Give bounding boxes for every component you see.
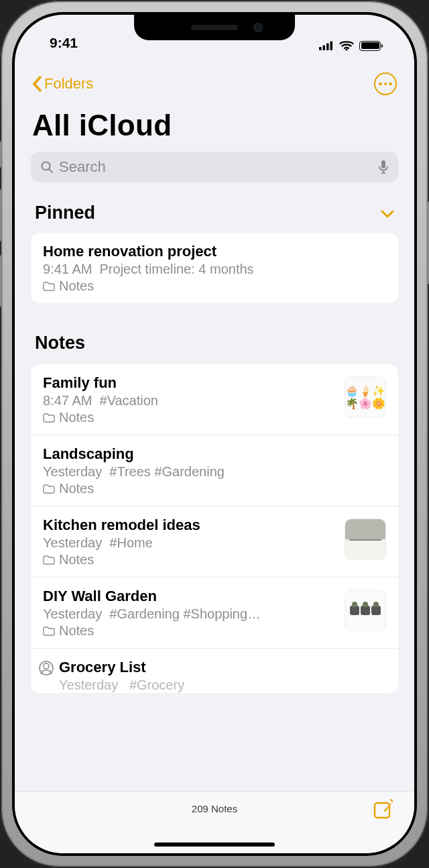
note-row[interactable]: DIY Wall Garden Yesterday #Gardening #Sh… xyxy=(31,578,398,649)
note-preview: #Trees #Gardening xyxy=(109,464,225,479)
note-thumbnail: 🧁🍦✨🌴🌸🌼 xyxy=(345,376,386,418)
search-icon xyxy=(40,160,54,174)
note-time: Yesterday xyxy=(43,535,102,550)
search-field[interactable] xyxy=(31,152,398,182)
note-title: DIY Wall Garden xyxy=(43,588,335,605)
svg-rect-1 xyxy=(323,46,326,51)
note-title: Grocery List xyxy=(59,659,386,676)
svg-line-13 xyxy=(390,800,393,802)
svg-rect-0 xyxy=(319,47,322,50)
svg-rect-2 xyxy=(326,44,329,51)
note-folder: Notes xyxy=(59,552,94,567)
back-label: Folders xyxy=(44,75,93,93)
note-time: Yesterday xyxy=(43,464,102,479)
device-notch xyxy=(134,15,295,40)
page-title: All iCloud xyxy=(15,102,414,152)
battery-icon xyxy=(359,41,381,51)
note-count: 209 Notes xyxy=(192,803,237,814)
note-folder: Notes xyxy=(59,623,94,639)
note-time: Yesterday xyxy=(59,677,118,692)
note-time: 8:47 AM xyxy=(43,393,92,408)
svg-rect-12 xyxy=(375,803,389,818)
chevron-down-icon xyxy=(381,203,394,223)
folder-icon xyxy=(43,484,55,494)
note-row[interactable]: Landscaping Yesterday #Trees #Gardening … xyxy=(31,435,398,506)
note-preview: #Gardening #Shopping… xyxy=(109,606,261,621)
note-row[interactable]: Kitchen remodel ideas Yesterday #Home No… xyxy=(31,506,398,578)
note-thumbnail xyxy=(345,519,386,560)
shared-icon xyxy=(39,661,54,675)
svg-point-10 xyxy=(44,663,49,669)
note-preview: #Grocery xyxy=(129,677,184,692)
note-folder: Notes xyxy=(59,481,94,496)
note-preview: #Home xyxy=(109,535,152,550)
note-title: Kitchen remodel ideas xyxy=(43,517,335,534)
pinned-header[interactable]: Pinned xyxy=(15,200,414,233)
dictation-icon[interactable] xyxy=(378,160,389,174)
pinned-list: Home renovation project 9:41 AM Project … xyxy=(31,233,398,303)
back-button[interactable]: Folders xyxy=(32,75,93,93)
folder-icon xyxy=(43,627,55,636)
notes-list: Family fun 8:47 AM #Vacation Notes 🧁🍦✨🌴🌸… xyxy=(31,364,398,693)
note-folder: Notes xyxy=(59,278,94,294)
svg-rect-7 xyxy=(381,160,385,168)
more-button[interactable] xyxy=(374,72,397,95)
note-time: 9:41 AM xyxy=(43,262,92,277)
notes-header: Notes xyxy=(15,330,414,364)
note-preview: Project timeline: 4 months xyxy=(100,262,254,276)
note-row[interactable]: Family fun 8:47 AM #Vacation Notes 🧁🍦✨🌴🌸… xyxy=(31,364,398,435)
svg-point-4 xyxy=(345,48,347,50)
folder-icon xyxy=(43,413,55,423)
note-time: Yesterday xyxy=(43,606,102,621)
svg-rect-3 xyxy=(330,42,333,51)
note-title: Landscaping xyxy=(43,445,386,463)
search-input[interactable] xyxy=(59,158,373,176)
compose-button[interactable] xyxy=(373,799,395,822)
section-title: Notes xyxy=(35,333,85,354)
svg-point-5 xyxy=(42,162,50,170)
note-preview: #Vacation xyxy=(100,393,158,408)
svg-line-6 xyxy=(50,170,53,173)
note-row[interactable]: Home renovation project 9:41 AM Project … xyxy=(31,233,398,303)
home-indicator[interactable] xyxy=(154,843,275,847)
note-title: Home renovation project xyxy=(43,243,386,260)
folder-icon xyxy=(43,282,55,291)
cellular-icon xyxy=(319,41,334,50)
note-thumbnail xyxy=(345,590,386,631)
toolbar: 209 Notes xyxy=(15,792,414,853)
wifi-icon xyxy=(339,40,354,51)
folder-icon xyxy=(43,555,55,565)
note-title: Family fun xyxy=(43,374,335,392)
note-folder: Notes xyxy=(59,410,94,425)
section-title: Pinned xyxy=(35,203,95,223)
clock: 9:41 xyxy=(50,35,78,51)
note-row[interactable]: Grocery List Yesterday #Grocery xyxy=(31,649,398,693)
chevron-left-icon xyxy=(32,76,43,92)
